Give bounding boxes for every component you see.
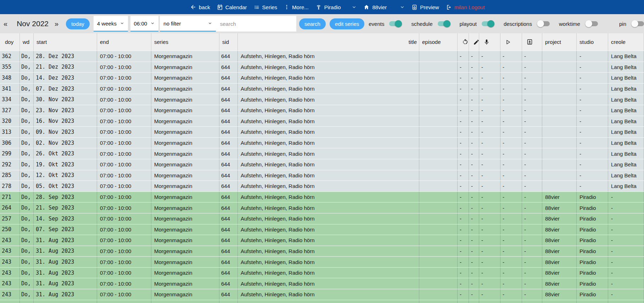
table-row[interactable]: 243Do,31. Aug 202307:00 - 10:00Morgenmag…: [0, 246, 644, 257]
cell-undo: -: [457, 105, 469, 116]
chevron-down-icon[interactable]: [400, 5, 405, 10]
time-select[interactable]: 06:00: [130, 16, 159, 32]
cell-title: Aufstehn, Hinlegen, Radio hörn: [237, 213, 419, 224]
table-row[interactable]: 243Do,31. Aug 202307:00 - 10:00Morgenmag…: [0, 256, 644, 267]
cell-studio: Piradio: [576, 246, 608, 257]
cell-play: -: [500, 268, 522, 278]
cell-play: -: [500, 289, 522, 300]
table-row[interactable]: 264Do,21. Sep 202307:00 - 10:00Morgenmag…: [0, 202, 644, 213]
table-row[interactable]: 257Do,14. Sep 202307:00 - 10:00Morgenmag…: [0, 213, 644, 224]
cell-end: 07:00 - 10:00: [97, 170, 151, 181]
table-row[interactable]: 362Do,28. Dez 202307:00 - 10:00Morgenmag…: [0, 51, 644, 62]
cell-mic: -: [479, 94, 500, 105]
cell-mic: -: [479, 62, 500, 73]
cell-mic: -: [479, 138, 500, 148]
nav-more[interactable]: More...: [284, 4, 309, 10]
cell-title: Aufstehn, Hinlegen, Radio hörn: [237, 246, 419, 257]
cell-creole: Lang Belta: [608, 94, 644, 105]
cell-sid: 644: [219, 51, 237, 62]
table-row[interactable]: 341Do,07. Dez 202307:00 - 10:00Morgenmag…: [0, 83, 644, 94]
cell-start: 26. Okt 2023: [33, 148, 97, 159]
cell-wd: Do,: [19, 84, 33, 94]
cell-start: 07. Sep 2023: [33, 224, 97, 235]
nav-calendar[interactable]: Calendar: [217, 4, 247, 10]
cell-project: [542, 170, 576, 181]
cell-mic: -: [479, 224, 500, 235]
search-button[interactable]: search: [299, 18, 326, 29]
cell-episode: [419, 138, 457, 148]
table-row[interactable]: 327Do,23. Nov 202307:00 - 10:00Morgenmag…: [0, 105, 644, 116]
cell-studio: -: [576, 127, 608, 137]
cell-start: [33, 300, 97, 303]
antenna-icon: [315, 4, 322, 10]
column-header-start: start: [33, 33, 97, 51]
table-row[interactable]: 278Do,05. Okt 202307:00 - 10:00Morgenmag…: [0, 181, 644, 191]
cell-end: 07:00 - 10:00: [97, 62, 151, 73]
events-switch[interactable]: [389, 20, 402, 27]
table-row[interactable]: 334Do,30. Nov 202307:00 - 10:00Morgenmag…: [0, 94, 644, 105]
table-row[interactable]: 250Do,07. Sep 202307:00 - 10:00Morgenmag…: [0, 224, 644, 235]
table-row[interactable]: 320Do,16. Nov 202307:00 - 10:00Morgenmag…: [0, 116, 644, 127]
descriptions-switch[interactable]: [537, 20, 550, 27]
cell-doy: 362: [0, 51, 19, 62]
table-row[interactable]: 243Do,31. Aug 202307:00 - 10:00Morgenmag…: [0, 278, 644, 289]
prev-month-button[interactable]: «: [3, 20, 8, 28]
range-select[interactable]: 4 weeks: [94, 16, 128, 32]
worktime-switch[interactable]: [585, 20, 598, 27]
chevron-down-icon[interactable]: [352, 5, 357, 10]
nav-piradio[interactable]: Piradio: [315, 4, 357, 10]
table-row-partial[interactable]: [0, 300, 644, 303]
table-row[interactable]: 306Do,02. Nov 202307:00 - 10:00Morgenmag…: [0, 137, 644, 148]
cell-start: 21. Sep 2023: [33, 202, 97, 213]
cell-end: 07:00 - 10:00: [97, 51, 151, 62]
logout-label: milan Logout: [454, 4, 485, 10]
table-row[interactable]: 243Do,31. Aug 202307:00 - 10:00Morgenmag…: [0, 235, 644, 246]
cell-project: 88vier: [542, 257, 576, 267]
table-row[interactable]: 313Do,09. Nov 202307:00 - 10:00Morgenmag…: [0, 126, 644, 137]
back-button[interactable]: back: [190, 4, 210, 10]
cell-play: -: [500, 73, 522, 83]
nav-series[interactable]: Series: [254, 4, 278, 10]
edit-series-button[interactable]: edit series: [330, 18, 364, 29]
cell-project: [542, 105, 576, 116]
table-row[interactable]: 285Do,12. Okt 202307:00 - 10:00Morgenmag…: [0, 170, 644, 181]
table-row[interactable]: 355Do,21. Dez 202307:00 - 10:00Morgenmag…: [0, 62, 644, 73]
nav-station[interactable]: 88vier: [363, 4, 405, 10]
cell-end: 07:00 - 10:00: [97, 105, 151, 116]
station-label: 88vier: [372, 4, 387, 10]
next-month-button[interactable]: »: [54, 20, 59, 28]
search-input[interactable]: [216, 16, 296, 32]
cell-archive: -: [522, 170, 542, 181]
table-row[interactable]: 299Do,26. Okt 202307:00 - 10:00Morgenmag…: [0, 148, 644, 159]
schedule-switch[interactable]: [438, 20, 450, 27]
cell-episode: [419, 246, 457, 257]
table-row[interactable]: 292Do,19. Okt 202307:00 - 10:00Morgenmag…: [0, 159, 644, 170]
pin-switch[interactable]: [631, 20, 644, 27]
nav-preview[interactable]: Preview: [411, 4, 439, 10]
cell-play: -: [500, 170, 522, 181]
home-icon: [363, 4, 370, 10]
cell-project: [542, 62, 576, 73]
table-row[interactable]: 271Do,28. Sep 202307:00 - 10:00Morgenmag…: [0, 191, 644, 202]
table-row[interactable]: 348Do,14. Dez 202307:00 - 10:00Morgenmag…: [0, 72, 644, 83]
logout-button[interactable]: milan Logout: [446, 4, 485, 10]
cell-studio: -: [576, 159, 608, 170]
cell-series: Morgenmagazin: [151, 51, 219, 62]
cell-episode: [419, 170, 457, 181]
cell-series: Morgenmagazin: [151, 278, 219, 289]
cell-project: 88vier: [542, 202, 576, 213]
playout-switch[interactable]: [482, 20, 494, 27]
today-button[interactable]: today: [66, 18, 90, 29]
cell-wd: Do,: [19, 148, 33, 159]
table-row[interactable]: 243Do,31. Aug 202307:00 - 10:00Morgenmag…: [0, 267, 644, 278]
cell-sid: 644: [219, 170, 237, 181]
table-row[interactable]: 243Do,31. Aug 202307:00 - 10:00Morgenmag…: [0, 289, 644, 300]
cell-start: 28. Sep 2023: [33, 192, 97, 202]
cell-project: [542, 159, 576, 170]
cell-studio: -: [576, 148, 608, 159]
cell-edit: -: [469, 213, 479, 224]
cell-undo: -: [457, 73, 469, 83]
cell-undo: -: [457, 138, 469, 148]
filter-select[interactable]: no filter: [160, 16, 215, 32]
cell-doy: 334: [0, 94, 19, 105]
